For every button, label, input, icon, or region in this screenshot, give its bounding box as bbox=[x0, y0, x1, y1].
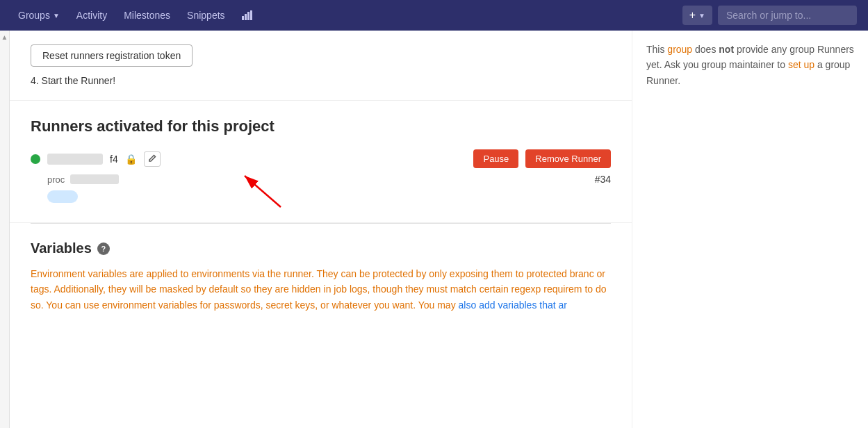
runners-section: Runners activated for this project f4 🔒 bbox=[10, 101, 632, 223]
variables-description: Environment variables are applied to env… bbox=[31, 266, 611, 313]
runners-section-title: Runners activated for this project bbox=[31, 117, 611, 135]
nav-activity-label: Activity bbox=[76, 10, 107, 21]
left-scrollbar[interactable]: ▲ bbox=[0, 31, 10, 428]
groups-chevron-icon: ▼ bbox=[53, 12, 60, 19]
runner-tag bbox=[47, 190, 78, 203]
remove-runner-button[interactable]: Remove Runner bbox=[525, 149, 611, 168]
topnav-right: + ▼ bbox=[682, 6, 857, 25]
variables-help-icon[interactable]: ? bbox=[97, 242, 110, 255]
runner-name-blurred bbox=[47, 154, 103, 165]
svg-rect-1 bbox=[245, 14, 247, 20]
runner-status-dot bbox=[31, 154, 40, 164]
chevron-down-icon: ▼ bbox=[698, 12, 705, 19]
reset-token-button[interactable]: Reset runners registration token bbox=[31, 44, 193, 67]
scroll-up-icon[interactable]: ▲ bbox=[1, 33, 8, 41]
runner-container: f4 🔒 Pause Remove Runner bbox=[31, 149, 611, 203]
new-item-button[interactable]: + ▼ bbox=[682, 6, 712, 25]
nav-groups[interactable]: Groups ▼ bbox=[11, 6, 67, 25]
right-panel-group-link[interactable]: group bbox=[667, 44, 692, 55]
svg-rect-3 bbox=[250, 10, 252, 20]
nav-milestones-label: Milestones bbox=[124, 10, 170, 21]
pause-button[interactable]: Pause bbox=[473, 149, 518, 168]
runner-job-id: #34 bbox=[595, 174, 611, 185]
left-main-content: Reset runners registration token 4. Star… bbox=[10, 31, 632, 428]
right-panel-text: This group does not provide any group Ru… bbox=[646, 42, 854, 88]
svg-rect-0 bbox=[242, 16, 244, 20]
content-area: ▲ Reset runners registration token 4. St… bbox=[0, 31, 868, 428]
search-input[interactable] bbox=[718, 6, 857, 25]
nav-groups-label: Groups bbox=[18, 10, 50, 21]
lock-icon: 🔒 bbox=[125, 154, 137, 165]
runner-tag-row bbox=[31, 190, 611, 203]
nav-snippets[interactable]: Snippets bbox=[180, 6, 231, 25]
nav-activity[interactable]: Activity bbox=[69, 6, 114, 25]
variables-title: Variables ? bbox=[31, 240, 611, 256]
svg-rect-2 bbox=[247, 12, 249, 20]
variables-desc-text: Environment variables are applied to env… bbox=[31, 268, 607, 311]
start-runner-text: 4. Start the Runner! bbox=[31, 75, 611, 86]
top-section: Reset runners registration token 4. Star… bbox=[10, 31, 632, 101]
right-panel-setup-link[interactable]: set up bbox=[788, 59, 814, 70]
right-panel: This group does not provide any group Ru… bbox=[632, 31, 868, 428]
top-nav: Groups ▼ Activity Milestones Snippets + … bbox=[0, 0, 868, 31]
nav-milestones[interactable]: Milestones bbox=[117, 6, 177, 25]
nav-chart-icon[interactable] bbox=[235, 6, 260, 24]
runner-edit-button[interactable] bbox=[144, 151, 161, 167]
runner-desc-blurred bbox=[70, 174, 119, 184]
nav-snippets-label: Snippets bbox=[187, 10, 224, 21]
runner-desc-row: proc #34 bbox=[31, 174, 611, 185]
runner-row: f4 🔒 Pause Remove Runner bbox=[31, 149, 611, 168]
runner-id: f4 bbox=[110, 154, 118, 165]
variables-also-link[interactable]: also add variables that ar bbox=[459, 299, 567, 311]
runner-desc-prefix: proc bbox=[47, 174, 65, 185]
variables-section: Variables ? Environment variables are ap… bbox=[10, 224, 632, 327]
